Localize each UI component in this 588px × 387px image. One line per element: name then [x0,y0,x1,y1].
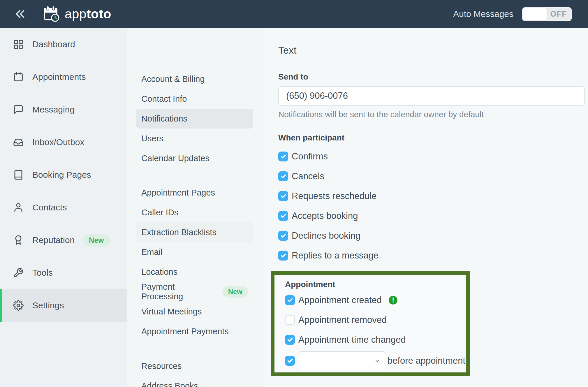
checkbox-row: Declines booking [278,226,588,246]
menu-item-resources[interactable]: Resources [136,356,253,376]
menu-item-calendar-updates[interactable]: Calendar Updates [136,148,253,168]
apptoto-logo[interactable]: apptoto [43,5,111,23]
checkbox-row: Confirms [278,147,588,166]
reminder-row: before appointment [285,350,466,372]
calendar-clock-icon [43,5,61,23]
checkbox-row: Accepts booking [278,206,588,226]
reminder-time-select[interactable] [299,351,385,370]
appointment-time-changed-checkbox[interactable] [285,335,295,345]
gear-icon [13,300,24,311]
send-to-helper-text: Notifications will be sent to the calend… [278,110,588,119]
alert-exclamation-icon: ! [389,296,397,305]
appointment-label: Appointment [285,279,466,289]
menu-item-payment-processing[interactable]: Payment Processing New [136,282,253,302]
menu-divider [136,178,253,178]
settings-menu: Account & Billing Contact Info Notificat… [127,28,264,387]
cancels-checkbox[interactable] [278,171,288,181]
menu-item-notifications[interactable]: Notifications [136,109,253,129]
menu-item-extraction-blacklists[interactable]: Extraction Blacklists [136,222,253,242]
menu-item-account-billing[interactable]: Account & Billing [136,69,253,89]
main-content: Text Send to Notifications will be sent … [264,28,588,387]
checkbox-row: Requests reschedule [278,186,588,206]
checkbox-row: Appointment removed [285,310,466,330]
toggle-state-label: OFF [546,8,571,20]
appointment-removed-checkbox[interactable] [285,315,295,325]
sidebar-item-dashboard[interactable]: Dashboard [0,28,127,61]
book-icon [13,170,24,180]
chevron-down-icon [374,358,380,364]
when-participant-options: Confirms Cancels Requests reschedule Acc… [278,147,588,265]
collapse-sidebar-icon[interactable] [12,6,27,22]
page-title: Text [278,44,588,56]
confirms-checkbox[interactable] [278,152,288,161]
appointment-section-highlight-box: Appointment Appointment created ! Appoin… [271,271,470,376]
divider [278,63,588,63]
menu-item-users[interactable]: Users [136,129,253,148]
sidebar-item-settings[interactable]: Settings [0,289,127,322]
top-bar: apptoto Auto Messages OFF [0,0,588,28]
send-to-label: Send to [278,72,588,82]
primary-sidebar: Dashboard Appointments Messaging Inbox/O… [0,28,127,387]
person-icon [13,202,24,213]
checkbox-row: Appointment time changed [285,330,466,350]
menu-item-address-books[interactable]: Address Books [136,376,253,387]
new-badge: New [223,286,248,298]
award-icon [13,235,24,245]
menu-item-email[interactable]: Email [136,242,253,262]
checkbox-row: Appointment created ! [285,290,466,310]
message-icon [13,104,24,115]
requests-reschedule-checkbox[interactable] [278,191,288,201]
sidebar-item-messaging[interactable]: Messaging [0,93,127,126]
checkbox-row: Replies to a message [278,246,588,265]
before-appointment-label: before appointment [388,356,465,366]
menu-item-appointment-pages[interactable]: Appointment Pages [136,183,253,203]
checkbox-row: Cancels [278,166,588,186]
grid-icon [13,39,24,50]
toggle-knob[interactable] [523,8,547,20]
new-badge: New [83,234,110,247]
wrench-icon [13,268,24,278]
auto-messages-toggle[interactable]: OFF [522,7,572,21]
reminder-checkbox[interactable] [285,356,295,366]
sidebar-item-booking-pages[interactable]: Booking Pages [0,159,127,191]
sidebar-item-reputation[interactable]: Reputation New [0,224,127,256]
sidebar-item-contacts[interactable]: Contacts [0,191,127,224]
menu-item-virtual-meetings[interactable]: Virtual Meetings [136,302,253,321]
menu-divider [136,349,253,349]
calendar-icon [13,72,24,82]
brand-name: apptoto [65,7,111,21]
menu-item-appointment-payments[interactable]: Appointment Payments [136,321,253,341]
replies-to-message-checkbox[interactable] [278,251,288,261]
auto-messages-label: Auto Messages [453,9,513,19]
declines-booking-checkbox[interactable] [278,231,288,241]
menu-item-contact-info[interactable]: Contact Info [136,89,253,109]
send-to-input[interactable] [278,86,585,105]
inbox-icon [13,137,24,147]
menu-item-caller-ids[interactable]: Caller IDs [136,203,253,222]
appointment-created-checkbox[interactable] [285,295,295,305]
sidebar-item-inbox-outbox[interactable]: Inbox/Outbox [0,126,127,159]
sidebar-item-tools[interactable]: Tools [0,256,127,289]
sidebar-item-appointments[interactable]: Appointments [0,61,127,93]
when-participant-label: When participant [278,133,588,143]
accepts-booking-checkbox[interactable] [278,211,288,221]
menu-item-locations[interactable]: Locations [136,262,253,282]
